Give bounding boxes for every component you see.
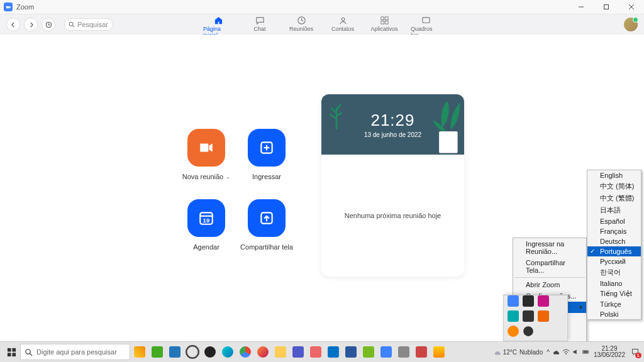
search-input[interactable]: Pesquisar [64, 18, 113, 31]
taskbar-icon[interactable] [413, 344, 430, 360]
forward-button[interactable] [24, 18, 38, 31]
svg-line-29 [30, 353, 32, 356]
minimize-button[interactable] [569, 0, 594, 14]
onedrive-icon[interactable] [552, 348, 560, 356]
maximize-button[interactable] [594, 0, 619, 14]
panel-hero: 21:29 13 de junho de 2022 [321, 94, 464, 155]
video-icon [187, 129, 225, 167]
lang-russian[interactable]: Русский [587, 256, 641, 266]
toolbar: Pesquisar Página Inicial Chat Reuniões C… [0, 14, 644, 35]
tab-contacts[interactable]: Contatos [328, 16, 358, 32]
tray-icon[interactable] [508, 326, 519, 337]
lang-english[interactable]: English [587, 170, 641, 180]
lang-polish[interactable]: Polski [587, 309, 641, 319]
svg-rect-27 [12, 353, 16, 356]
zoom-app-icon [4, 3, 13, 11]
plant-decoration [325, 97, 348, 129]
contacts-icon [338, 16, 348, 25]
svg-rect-1 [604, 5, 609, 9]
taskbar-icon-outlook[interactable] [325, 344, 341, 360]
volume-icon[interactable] [572, 348, 580, 356]
lang-chinese-simplified[interactable]: 中文 (简体) [587, 180, 641, 192]
lang-italian[interactable]: Italiano [587, 278, 641, 288]
svg-rect-10 [385, 16, 388, 19]
back-button[interactable] [6, 18, 20, 31]
share-screen-action[interactable]: Compartilhar tela [236, 199, 297, 251]
ctx-open-zoom[interactable]: Abrir Zoom [513, 279, 586, 290]
tray-icon-xbox[interactable] [523, 326, 534, 337]
svg-point-23 [523, 326, 533, 336]
taskbar-icon-cortana[interactable] [202, 344, 218, 360]
chevron-down-icon[interactable]: ⌄ [226, 174, 230, 180]
share-arrow-icon [248, 199, 286, 237]
tray-icon[interactable] [523, 295, 534, 307]
new-meeting-action[interactable]: Nova reunião⌄ [176, 129, 236, 180]
lang-turkish[interactable]: Türkçe [587, 299, 641, 309]
tray-chevron-up-icon[interactable]: ^ [547, 349, 550, 356]
system-tray[interactable]: ^ [547, 348, 590, 356]
battery-icon[interactable] [582, 348, 590, 356]
taskbar-icon[interactable] [131, 344, 148, 360]
lang-japanese[interactable]: 日本語 [587, 204, 641, 216]
lang-french[interactable]: Français [587, 226, 641, 236]
taskbar-search[interactable]: Digite aqui para pesquisar [20, 344, 130, 360]
separator [514, 277, 585, 278]
history-button[interactable] [42, 18, 55, 31]
svg-rect-11 [380, 21, 384, 24]
svg-rect-13 [422, 17, 429, 22]
wifi-icon[interactable] [562, 348, 570, 356]
taskbar-icon[interactable] [360, 344, 377, 360]
plant-decoration [431, 99, 464, 155]
panel-date: 13 de junho de 2022 [364, 131, 421, 138]
schedule-action[interactable]: 19 Agendar [176, 199, 236, 251]
window-controls [569, 0, 644, 14]
lang-spanish[interactable]: Español [587, 216, 641, 226]
ctx-join-meeting[interactable]: Ingressar na Reunião... [513, 238, 586, 257]
nav-tabs: Página Inicial Chat Reuniões Contatos Ap… [203, 14, 441, 35]
taskbar-icon[interactable] [149, 344, 165, 360]
taskbar-icon-zoom[interactable] [378, 344, 394, 360]
taskbar-icon-word[interactable] [343, 344, 359, 360]
action-grid: Nova reunião⌄ Ingressar 19 Agendar Compa… [176, 129, 297, 251]
taskbar-icon-chrome[interactable] [237, 344, 253, 360]
plus-icon [248, 129, 286, 167]
task-view-button[interactable] [184, 344, 201, 360]
svg-rect-33 [583, 351, 587, 353]
taskbar-icon-edge[interactable] [219, 344, 236, 360]
taskbar-icon[interactable] [431, 344, 447, 360]
taskbar-icon-firefox[interactable] [255, 344, 271, 360]
start-button[interactable] [3, 343, 20, 361]
weather-widget[interactable]: 12°C Nublado [493, 348, 543, 356]
taskbar-icon[interactable] [396, 344, 412, 360]
svg-point-28 [26, 349, 30, 353]
lang-chinese-traditional[interactable]: 中文 (繁體) [587, 192, 641, 204]
join-action[interactable]: Ingressar [236, 129, 297, 180]
lang-german[interactable]: Deutsch [587, 236, 641, 246]
tab-meetings[interactable]: Reuniões [286, 16, 316, 32]
tray-icon[interactable] [508, 310, 519, 322]
tray-icon-zoom[interactable] [508, 295, 519, 307]
search-placeholder: Pesquisar [77, 21, 108, 28]
tray-icon[interactable] [538, 295, 549, 307]
tray-icon[interactable] [538, 310, 549, 322]
lang-portuguese[interactable]: ✓Português [587, 246, 641, 256]
ctx-share-screen[interactable]: Compartilhar Tela... [513, 257, 586, 276]
lang-vietnamese[interactable]: Tiếng Việt [587, 288, 641, 299]
calendar-icon: 19 [187, 199, 225, 237]
close-button[interactable] [619, 0, 644, 14]
svg-rect-26 [7, 353, 11, 356]
svg-rect-24 [7, 348, 11, 351]
taskbar-icon-teams[interactable] [290, 344, 306, 360]
tray-icon-nvidia[interactable] [523, 310, 534, 322]
taskbar-clock[interactable]: 21:29 13/06/2022 [594, 346, 625, 358]
svg-line-6 [73, 26, 75, 28]
action-center-button[interactable]: 1 [629, 346, 641, 358]
profile-avatar[interactable] [624, 18, 638, 31]
taskbar-icon[interactable] [308, 344, 324, 360]
taskbar-icon-explorer[interactable] [272, 344, 289, 360]
tab-apps[interactable]: Aplicativos [369, 16, 399, 32]
tab-chat[interactable]: Chat [245, 16, 275, 32]
svg-rect-12 [385, 21, 388, 24]
taskbar-icon[interactable] [167, 344, 183, 360]
lang-korean[interactable]: 한국어 [587, 266, 641, 278]
